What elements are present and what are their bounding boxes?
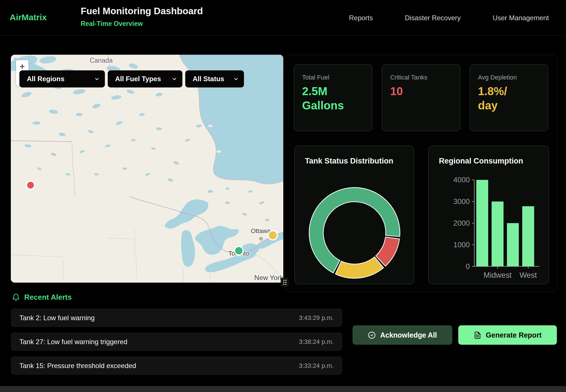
x-axis-tick-label: Midwest <box>484 271 512 279</box>
alert-timestamp: 3:43:29 p.m. <box>299 314 334 322</box>
alert-message: Tank 15: Pressure threshold exceeded <box>19 362 136 370</box>
acknowledge-all-button[interactable]: Acknowledge All <box>353 325 452 345</box>
donut-slice-red <box>376 237 399 266</box>
map-label-new-york: New York <box>254 274 283 281</box>
map-basemap: Canada Ottawa Toronto New York <box>11 55 283 283</box>
y-axis-tick-label: 1000 <box>453 241 470 249</box>
stat-value-critical-tanks: 10 <box>390 84 452 98</box>
check-circle-icon <box>368 331 376 339</box>
chevron-down-icon <box>94 76 100 82</box>
main-nav: Reports Disaster Recovery User Managemen… <box>349 0 549 36</box>
horizontal-scrollbar[interactable] <box>0 386 566 392</box>
stat-label: Avg Depletion <box>478 74 540 81</box>
y-axis-tick-label: 2000 <box>453 219 470 227</box>
app-header: AirMatrix Fuel Monitoring Dashboard Real… <box>0 0 566 36</box>
bar-0 <box>476 180 488 266</box>
status-filter-dropdown[interactable]: All Status <box>185 70 244 87</box>
overview-panel: Total Fuel 2.5M Gallons Critical Tanks 1… <box>284 55 558 293</box>
region-filter-label: All Regions <box>27 75 64 83</box>
page-title: Fuel Monitoring Dashboard <box>81 6 203 17</box>
red-status-marker[interactable] <box>27 181 34 189</box>
recent-alerts-title: Recent Alerts <box>24 293 72 302</box>
alert-list-item[interactable]: Tank 15: Pressure threshold exceeded 3:3… <box>11 356 342 375</box>
x-axis-tick-label: West <box>520 271 537 279</box>
stat-card-critical-tanks: Critical Tanks 10 <box>382 64 460 131</box>
y-axis-tick-label: 0 <box>466 262 470 270</box>
regional-consumption-chart-card: Regional Consumption 01000200030004000Mi… <box>428 146 549 284</box>
bar-3 <box>522 206 534 266</box>
acknowledge-all-label: Acknowledge All <box>380 331 437 339</box>
yellow-status-marker[interactable] <box>268 231 277 240</box>
document-icon <box>474 331 481 339</box>
regional-consumption-bar-chart: 01000200030004000MidwestWest <box>429 146 549 284</box>
stat-label: Total Fuel <box>302 74 364 81</box>
nav-user-management[interactable]: User Management <box>493 14 549 22</box>
tank-status-chart-card: Tank Status Distribution <box>294 146 414 284</box>
alert-message: Tank 2: Low fuel warning <box>19 314 95 322</box>
map-label-canada: Canada <box>90 57 113 64</box>
nav-reports[interactable]: Reports <box>349 14 373 22</box>
stat-value-total-fuel: 2.5M Gallons <box>302 84 364 113</box>
status-filter-label: All Status <box>193 75 224 83</box>
y-axis-tick-label: 4000 <box>453 176 470 184</box>
map-filter-bar: All Regions All Fuel Types All Status <box>19 70 244 87</box>
alert-list-item[interactable]: Tank 27: Low fuel warning triggered 3:38… <box>11 332 342 351</box>
map-label-ottawa: Ottawa <box>251 227 271 234</box>
fuel-type-filter-dropdown[interactable]: All Fuel Types <box>108 70 182 87</box>
green-status-marker[interactable] <box>235 246 243 255</box>
bell-icon <box>12 293 20 301</box>
map-canvas[interactable]: Canada Ottawa Toronto New York + − All R… <box>11 55 283 283</box>
recent-alerts-header: Recent Alerts <box>12 293 72 302</box>
stat-value-avg-depletion: 1.8%/ day <box>478 84 521 113</box>
donut-slice-yellow <box>335 257 384 278</box>
nav-disaster-recovery[interactable]: Disaster Recovery <box>405 14 461 22</box>
bar-1 <box>492 201 504 266</box>
generate-report-button[interactable]: Generate Report <box>458 325 557 345</box>
tank-status-donut-chart <box>295 146 414 284</box>
stat-label: Critical Tanks <box>390 74 452 81</box>
resize-grip-icon[interactable] <box>281 278 289 287</box>
fuel-type-filter-label: All Fuel Types <box>115 75 161 83</box>
page-subtitle: Real-Time Overview <box>81 20 143 28</box>
alert-message: Tank 27: Low fuel warning triggered <box>19 338 127 346</box>
chevron-down-icon <box>172 76 177 82</box>
bar-2 <box>507 223 519 266</box>
chevron-down-icon <box>233 76 239 82</box>
stat-card-avg-depletion: Avg Depletion 1.8%/ day <box>470 64 548 131</box>
stat-card-total-fuel: Total Fuel 2.5M Gallons <box>294 64 372 131</box>
region-filter-dropdown[interactable]: All Regions <box>19 70 105 87</box>
y-axis-tick-label: 3000 <box>453 197 470 205</box>
generate-report-label: Generate Report <box>486 331 542 339</box>
alert-timestamp: 3:38:24 p.m. <box>299 338 334 346</box>
alert-list-item[interactable]: Tank 2: Low fuel warning 3:43:29 p.m. <box>11 309 342 327</box>
app-logo: AirMatrix <box>10 13 47 22</box>
alert-timestamp: 3:33:24 p.m. <box>299 362 334 369</box>
